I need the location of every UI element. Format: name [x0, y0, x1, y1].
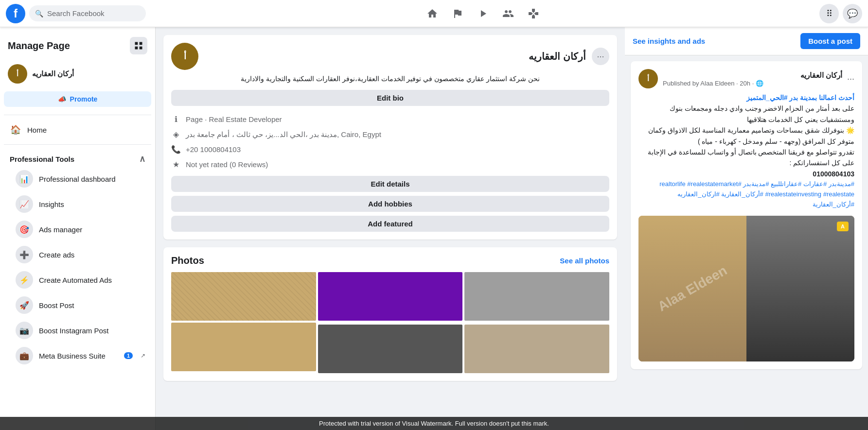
sidebar-page-name: أركان العقاريه	[32, 69, 74, 78]
promote-label: Promote	[70, 95, 98, 103]
page-phone: +20 1000804103	[186, 145, 241, 154]
left-sidebar: Manage Page أ أركان العقاريه 📣 Promote 🏠…	[0, 27, 156, 430]
svg-rect-1	[135, 47, 138, 50]
promote-button[interactable]: 📣 Promote	[4, 91, 151, 107]
sidebar-item-ads-manager[interactable]: 🎯 Ads manager	[4, 217, 151, 242]
search-icon: 🔍	[35, 10, 43, 17]
svg-rect-0	[135, 42, 138, 45]
nav-video-icon[interactable]	[471, 2, 495, 25]
sidebar-item-home[interactable]: 🏠 Home	[4, 119, 151, 140]
create-automated-ads-label: Create Automated Ads	[39, 276, 112, 284]
meta-business-label: Meta Business Suite	[39, 352, 106, 360]
create-ads-label: Create ads	[39, 251, 74, 259]
sidebar-item-professional-dashboard[interactable]: 📊 Professional dashboard	[4, 166, 151, 191]
post-page-avatar: أ	[638, 69, 658, 88]
phone-icon: 📞	[171, 145, 181, 154]
nav-people-icon[interactable]	[496, 2, 520, 25]
location-icon: ◈	[171, 130, 181, 139]
sidebar-item-meta-business[interactable]: 💼 Meta Business Suite 1 ↗	[4, 343, 151, 368]
star-icon: ★	[171, 160, 181, 169]
post-line4: متوفر كل المرافق (وجهه - سلم ومدخل - كهر…	[638, 136, 854, 147]
promote-icon: 📣	[58, 95, 66, 103]
page-description: نحن شركة استثمار عقاري متخصصون في توفير …	[171, 74, 609, 84]
photo-item-5[interactable]	[318, 325, 463, 373]
ads-manager-label: Ads manager	[39, 225, 82, 234]
photo-item-1[interactable]	[171, 272, 316, 321]
photo-item-6[interactable]	[464, 325, 609, 373]
insights-icon: 📈	[16, 195, 33, 213]
photos-header: Photos See all photos	[171, 255, 609, 266]
create-ads-icon: ➕	[16, 246, 33, 263]
manage-page-icon-btn[interactable]	[130, 37, 147, 54]
professional-dashboard-label: Professional dashboard	[39, 175, 116, 183]
sidebar-item-insights[interactable]: 📈 Insights	[4, 191, 151, 217]
post-phone: 01000804103	[638, 169, 854, 179]
nav-right: ⠿ 💬	[819, 4, 862, 23]
top-navigation: f 🔍 Search Facebook ⠿ 💬	[0, 0, 868, 27]
photo-item-3[interactable]	[464, 272, 609, 321]
see-insights-link[interactable]: See insights and ads	[633, 37, 705, 45]
page-more-button[interactable]: ···	[592, 48, 609, 65]
nav-gaming-icon[interactable]	[522, 2, 545, 25]
external-link-icon: ↗	[141, 352, 145, 359]
post-more-button[interactable]: ···	[847, 74, 854, 84]
page-category: Page · Real Estate Developer	[186, 115, 282, 123]
sidebar-item-boost-post[interactable]: 🚀 Boost Post	[4, 292, 151, 318]
nav-left: f 🔍 Search Facebook	[6, 4, 146, 23]
facebook-logo: f	[6, 4, 25, 23]
watermark-text: Protected with trial version of Visual W…	[319, 420, 549, 427]
manage-page-title: Manage Page	[8, 40, 70, 52]
photos-title: Photos	[171, 255, 204, 266]
boost-instagram-label: Boost Instagram Post	[39, 327, 108, 335]
photos-section: Photos See all photos	[163, 247, 617, 381]
nav-home-icon[interactable]	[421, 2, 444, 25]
nav-flag-icon[interactable]	[446, 2, 469, 25]
post-line5: تقدرو تتواصلو مع فريقنا المتخصص باتصال أ…	[638, 147, 854, 169]
page-phone-row: 📞 +20 1000804103	[171, 142, 609, 157]
page-identity: أ أركان العقاريه	[4, 60, 151, 87]
sidebar-item-boost-instagram[interactable]: 📷 Boost Instagram Post	[4, 318, 151, 343]
sidebar-item-create-ads[interactable]: ➕ Create ads	[4, 242, 151, 267]
meta-business-badge: 1	[124, 352, 133, 359]
page-location: مدينة بدر ،الحي الد...يز، حي ثالث ، أمام…	[186, 130, 381, 139]
ads-manager-icon: 🎯	[16, 221, 33, 238]
nav-center	[421, 2, 545, 25]
post-page-name: أركان العقاريه	[663, 71, 842, 80]
insights-bar: See insights and ads Boost a post	[625, 27, 868, 55]
boost-post-icon: 🚀	[16, 296, 33, 314]
sidebar-page-avatar: أ	[8, 64, 27, 84]
boost-instagram-icon: 📷	[16, 322, 33, 339]
page-category-row: ℹ Page · Real Estate Developer	[171, 112, 609, 127]
collapse-icon[interactable]: ∧	[139, 154, 145, 164]
sidebar-item-create-automated-ads[interactable]: ⚡ Create Automated Ads	[4, 267, 151, 292]
professional-tools-label: Professional Tools	[10, 155, 74, 163]
main-content: أ أركان العقاريه ··· نحن شركة استثمار عق…	[156, 27, 625, 430]
page-rating-row: ★ Not yet rated (0 Reviews)	[171, 157, 609, 172]
add-featured-button[interactable]: Add featured	[171, 216, 609, 232]
search-bar[interactable]: 🔍 Search Facebook	[29, 5, 146, 21]
edit-bio-button[interactable]: Edit bio	[171, 90, 609, 106]
apps-grid-icon[interactable]: ⠿	[819, 4, 839, 23]
post-line3: 🌟 بنوفرلك شقق بمساحات وتصاميم معمارية ال…	[638, 125, 854, 136]
main-layout: Manage Page أ أركان العقاريه 📣 Promote 🏠…	[0, 27, 868, 430]
messenger-icon[interactable]: 💬	[843, 4, 862, 23]
boost-post-button[interactable]: Boost a post	[800, 33, 860, 49]
add-hobbies-button[interactable]: Add hobbies	[171, 196, 609, 212]
create-automated-ads-icon: ⚡	[16, 271, 33, 289]
insights-label: Insights	[39, 200, 64, 208]
page-card-avatar: أ	[171, 43, 198, 70]
post-card: أ أركان العقاريه Published by Alaa Eldee…	[631, 61, 862, 369]
photos-grid	[171, 272, 609, 373]
boost-post-label: Boost Post	[39, 301, 74, 310]
photo-item-2[interactable]	[318, 272, 463, 321]
see-all-photos-link[interactable]: See all photos	[560, 257, 609, 265]
edit-details-button[interactable]: Edit details	[171, 176, 609, 192]
right-panel: See insights and ads Boost a post أ أركا…	[625, 27, 868, 430]
post-published-info: Published by Alaa Eldeen · 20h · 🌐	[663, 80, 842, 87]
professional-dashboard-icon: 📊	[16, 170, 33, 188]
sidebar-divider-1	[4, 115, 151, 115]
watermark-text: Alaa Eldeen	[655, 262, 729, 314]
meta-business-icon: 💼	[16, 347, 33, 364]
page-location-row: ◈ مدينة بدر ،الحي الد...يز، حي ثالث ، أم…	[171, 127, 609, 142]
photo-item-4[interactable]	[171, 323, 316, 371]
